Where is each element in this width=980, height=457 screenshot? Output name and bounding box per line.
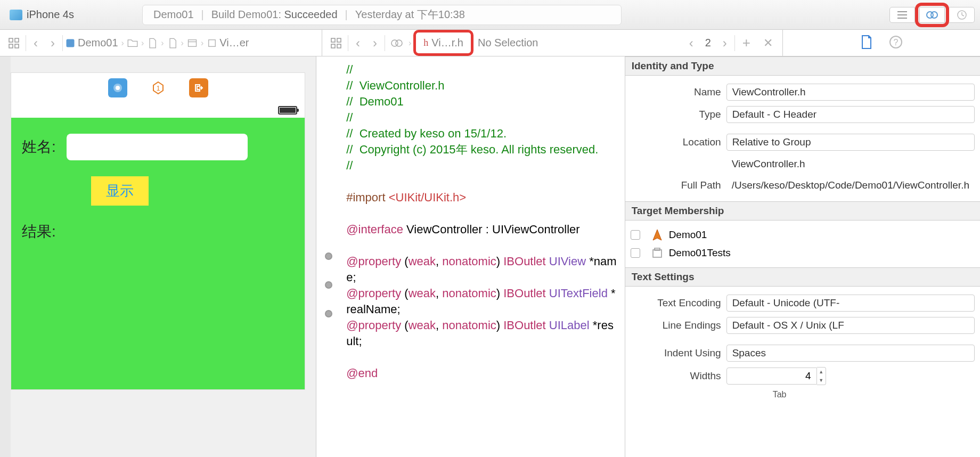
show-button[interactable]: 显示 [91,176,149,206]
related-items-button[interactable] [326,34,346,53]
view-controller-icon[interactable] [108,78,127,97]
back-button[interactable]: ‹ [350,36,365,51]
standard-editor-button[interactable] [889,7,915,23]
name-label: Name [631,86,721,98]
forward-button[interactable]: › [368,36,382,51]
target-section: Demo01 Demo01Tests [625,221,980,267]
outlet-connection-icon[interactable] [325,252,332,260]
lineendings-select[interactable]: Default - OS X / Unix (LF [726,317,975,334]
breadcrumb-storyboard[interactable] [187,38,198,48]
test-icon [651,247,664,259]
document-outline-bar[interactable] [0,56,11,457]
name-textfield[interactable] [67,134,248,160]
svg-point-4 [931,12,937,18]
identity-section: Name ViewController.h Type Default - C H… [625,76,980,201]
scene-canvas[interactable]: 1 姓名: 显示 [11,72,305,390]
file-inspector-tab[interactable] [860,35,873,52]
back-button[interactable]: ‹ [28,36,43,51]
svg-rect-28 [655,248,660,250]
svg-rect-10 [9,44,13,48]
file-tab-highlighted[interactable]: h Vi…r.h [413,30,473,56]
outlet-connection-icon[interactable] [325,310,332,317]
divider [26,35,26,51]
text-section: Text Encoding Default - Unicode (UTF- Li… [625,287,980,405]
type-label: Type [631,109,721,120]
svg-line-7 [962,15,964,16]
venn-icon [390,38,403,48]
inspector-tab-bar: ? [783,30,980,56]
chevron-icon: › [161,38,164,48]
file-name: Vi…r.h [431,37,463,49]
encoding-select[interactable]: Default - Unicode (UTF- [726,295,975,312]
status-project: Demo01 [153,9,194,21]
divider [385,35,385,51]
result-label[interactable]: 结果: [22,222,56,242]
inspector-pane: Identity and Type Name ViewController.h … [625,56,980,457]
breadcrumb[interactable]: Demo01 › › › › › Vi…er [65,37,249,49]
close-assistant-button[interactable]: ✕ [758,36,778,50]
svg-rect-19 [337,44,341,48]
target-row[interactable]: Demo01 [625,226,980,244]
version-editor-button[interactable] [949,7,975,23]
width-input[interactable] [726,368,817,385]
stepper-up[interactable]: ▲ [817,368,826,376]
target-section-header: Target Membership [625,201,980,221]
chevron-icon: › [141,38,144,48]
counterpart-next[interactable]: › [717,36,732,51]
identity-section-header: Identity and Type [625,56,980,76]
add-assistant-button[interactable]: + [737,35,756,51]
breadcrumb-file1[interactable] [147,38,158,48]
button-row: 显示 [22,176,294,206]
target-row[interactable]: Demo01Tests [625,244,980,262]
svg-point-25 [116,86,120,90]
widths-label: Widths [631,370,721,382]
breadcrumb-file2[interactable] [167,38,178,48]
folder-icon [127,38,138,48]
first-responder-icon[interactable]: 1 [149,78,168,97]
type-select[interactable]: Default - C Header [726,106,975,123]
width-stepper[interactable]: ▲ ▼ [726,367,826,385]
counterpart-prev[interactable]: ‹ [684,36,699,51]
name-row: 姓名: [22,134,294,160]
assistant-editor-pane: // // ViewController.h // Demo01 // // C… [316,56,625,457]
svg-rect-15 [209,39,216,46]
breadcrumb-scene[interactable]: Vi…er [207,37,249,49]
breadcrumb-project[interactable]: Demo01 [65,37,118,49]
stepper-down[interactable]: ▼ [817,376,826,385]
exit-icon[interactable] [189,78,208,97]
scheme-selector[interactable]: iPhone 4s [5,6,78,23]
lines-icon [896,10,908,20]
indent-label: Indent Using [631,347,721,359]
highlight-annotation [915,3,949,27]
help-inspector-tab[interactable]: ? [889,35,903,51]
svg-rect-9 [15,38,19,42]
forward-button[interactable]: › [45,36,60,51]
related-items-button[interactable] [4,34,23,53]
project-icon [65,38,76,48]
venn-icon [925,10,939,20]
chevron-icon: › [121,38,124,48]
canvas-wrap: 1 姓名: 显示 [11,56,316,457]
svg-rect-11 [15,44,19,48]
editor-mode-segment [889,3,975,27]
name-label[interactable]: 姓名: [22,137,56,157]
location-label: Location [631,136,721,148]
root-view[interactable]: 姓名: 显示 结果: [11,118,305,389]
svg-text:1: 1 [156,85,160,92]
indent-select[interactable]: Spaces [726,345,975,362]
fullpath-value: /Users/keso/Desktop/Code/Demo01/ViewCont… [726,177,975,193]
location-file: ViewController.h [726,156,975,172]
outlet-connection-icon[interactable] [325,281,332,289]
checkbox[interactable] [631,248,640,258]
encoding-label: Text Encoding [631,297,721,309]
breadcrumb-folder[interactable] [127,38,138,48]
assistant-editor-button[interactable] [919,7,945,23]
name-field[interactable]: ViewController.h [726,84,975,101]
svg-rect-27 [653,250,662,257]
jump-bars: ‹ › Demo01 › › › › › [0,30,980,56]
location-select[interactable]: Relative to Group [726,134,975,151]
code-editor[interactable]: // // ViewController.h // Demo01 // // C… [341,56,624,457]
gutter [316,56,341,457]
checkbox[interactable] [631,230,640,240]
lineendings-label: Line Endings [631,320,721,331]
